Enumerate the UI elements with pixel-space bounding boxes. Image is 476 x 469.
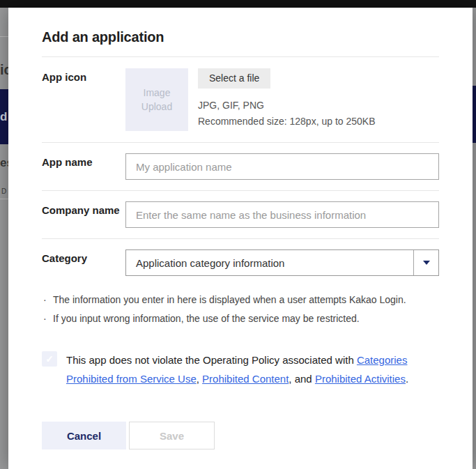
backdrop-left-strip: ic d es D	[0, 8, 8, 469]
upload-placeholder-line1: Image	[144, 86, 171, 100]
backdrop-banner: d	[0, 89, 8, 144]
backdrop-text-fragment: ic	[0, 62, 8, 78]
company-name-label: Company name	[42, 201, 125, 218]
note-text: The information you enter in here is dis…	[53, 293, 406, 307]
chevron-down-icon	[423, 261, 430, 265]
cancel-button[interactable]: Cancel	[42, 422, 126, 449]
app-name-label: App name	[42, 153, 125, 170]
add-application-modal: Add an application App icon Image Upload…	[8, 8, 473, 469]
category-select[interactable]: Application category information	[125, 249, 439, 276]
notes-section: · The information you enter in here is d…	[42, 285, 439, 325]
backdrop-banner	[473, 86, 476, 143]
policy-agreement-row: ✓ This app does not violate the Operatin…	[42, 351, 439, 388]
note-line: · The information you enter in here is d…	[43, 293, 439, 307]
backdrop-divider	[0, 199, 8, 199]
checkmark-icon: ✓	[45, 354, 54, 364]
category-dropdown-toggle[interactable]	[413, 250, 438, 275]
save-button[interactable]: Save	[129, 422, 215, 449]
bullet: ·	[43, 293, 53, 307]
backdrop-right-strip	[473, 8, 476, 469]
policy-checkbox[interactable]: ✓	[42, 351, 57, 367]
screen: ic d es D Add an application App icon Im…	[0, 0, 476, 469]
modal-title: Add an application	[42, 26, 439, 47]
link-prohibited-content[interactable]: Prohibited Content	[202, 373, 289, 385]
modal-footer-buttons: Cancel Save	[42, 422, 439, 449]
backdrop-text-fragment: es	[0, 156, 8, 170]
policy-separator: ,	[197, 373, 202, 385]
upload-placeholder-line2: Upload	[141, 100, 172, 114]
category-selected-value: Application category information	[126, 250, 413, 275]
note-text: If you input wrong information, the use …	[53, 312, 360, 325]
company-name-row: Company name	[42, 191, 439, 239]
select-file-button[interactable]: Select a file	[198, 68, 270, 89]
link-prohibited-activities[interactable]: Prohibited Activities	[315, 373, 406, 385]
policy-text-after: .	[406, 373, 408, 385]
image-upload-dropzone[interactable]: Image Upload	[125, 68, 188, 131]
note-line: · If you input wrong information, the us…	[43, 312, 439, 325]
app-icon-row: App icon Image Upload Select a file JPG,…	[42, 57, 439, 143]
category-label: Category	[42, 249, 125, 266]
policy-separator: , and	[289, 373, 315, 385]
company-name-input[interactable]	[125, 201, 439, 228]
app-icon-label: App icon	[42, 68, 125, 85]
recommended-size-text: Recommended size: 128px, up to 250KB	[198, 114, 376, 130]
bullet: ·	[43, 312, 53, 325]
backdrop-text-fragment: d	[0, 110, 7, 124]
policy-text: This app does not violate the Operating …	[66, 351, 439, 388]
category-row: Category Application category informatio…	[42, 239, 439, 285]
allowed-formats-text: JPG, GIF, PNG	[198, 98, 376, 114]
app-name-input[interactable]	[125, 153, 439, 180]
app-name-row: App name	[42, 143, 439, 191]
backdrop-divider	[0, 36, 8, 37]
backdrop-top-bar	[0, 0, 476, 8]
backdrop-text-fragment: D	[1, 187, 6, 195]
policy-text-before: This app does not violate the Operating …	[66, 354, 357, 366]
